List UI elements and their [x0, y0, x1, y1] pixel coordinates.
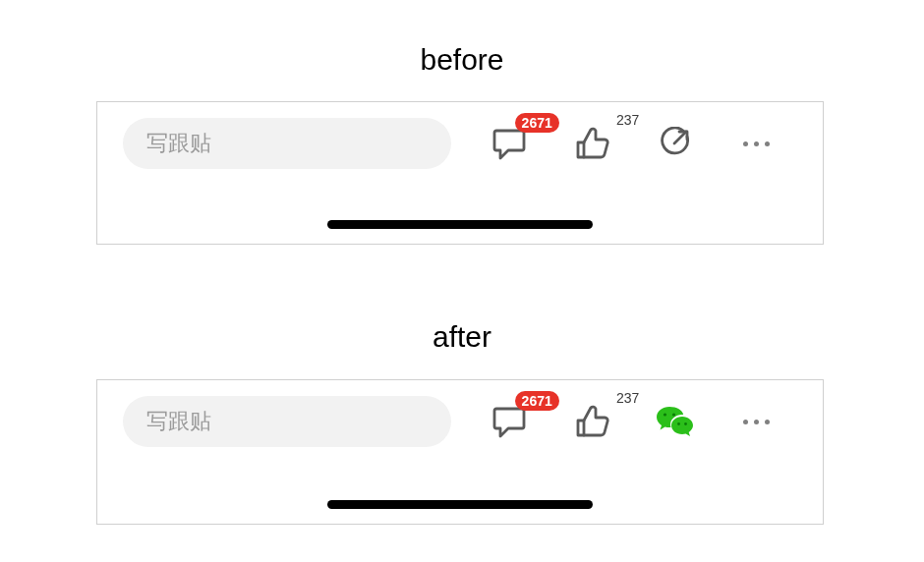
comments-button[interactable]: 2671	[483, 120, 538, 167]
svg-point-1	[672, 413, 675, 416]
comment-count-badge: 2671	[515, 391, 559, 411]
section-label-before: before	[0, 43, 924, 77]
home-indicator[interactable]	[327, 500, 593, 509]
svg-point-0	[664, 413, 666, 416]
toolbar: 写跟贴 2671 237	[97, 395, 823, 448]
share-wechat-button[interactable]	[647, 398, 702, 445]
svg-point-2	[677, 422, 680, 425]
compose-input[interactable]: 写跟贴	[123, 118, 451, 169]
comment-count-badge: 2671	[515, 113, 559, 133]
compose-placeholder: 写跟贴	[146, 129, 211, 158]
more-dots-icon	[743, 141, 770, 146]
svg-point-3	[684, 422, 687, 425]
more-dots-icon	[743, 420, 770, 424]
thumbs-up-icon	[574, 127, 609, 160]
compose-input[interactable]: 写跟贴	[123, 396, 451, 447]
toolbar-panel-after: 写跟贴 2671 237	[96, 379, 824, 525]
like-button[interactable]: 237	[564, 398, 619, 445]
toolbar: 写跟贴 2671 237	[97, 117, 823, 170]
like-count: 237	[616, 112, 639, 128]
more-button[interactable]	[728, 120, 783, 167]
compose-placeholder: 写跟贴	[146, 407, 211, 436]
toolbar-panel-before: 写跟贴 2671 237	[96, 101, 824, 245]
like-count: 237	[616, 390, 639, 406]
like-button[interactable]: 237	[564, 120, 619, 167]
comments-button[interactable]: 2671	[483, 398, 538, 445]
home-indicator[interactable]	[327, 220, 593, 229]
share-button[interactable]	[647, 120, 702, 167]
wechat-icon	[655, 404, 694, 439]
share-arrow-icon	[658, 127, 691, 160]
thumbs-up-icon	[574, 405, 609, 438]
more-button[interactable]	[728, 398, 783, 445]
icons-group: 2671 237	[451, 120, 797, 167]
section-label-after: after	[0, 320, 924, 354]
icons-group: 2671 237	[451, 398, 797, 445]
